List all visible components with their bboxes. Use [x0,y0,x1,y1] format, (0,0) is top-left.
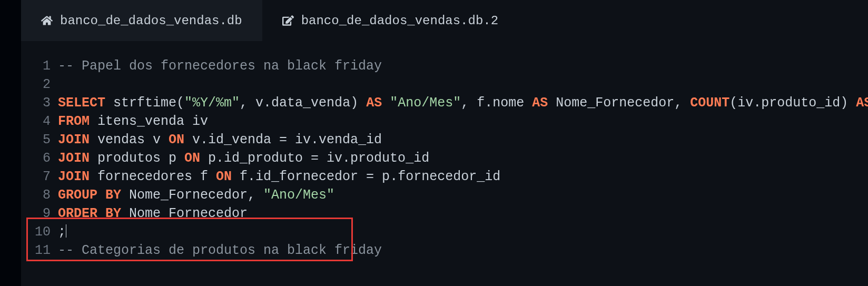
code-line[interactable]: 2 [21,75,868,94]
code-content[interactable]: SELECT strftime("%Y/%m", v.data_venda) A… [58,94,868,112]
code-line[interactable]: 1-- Papel dos fornecedores na black frid… [21,57,868,75]
code-content[interactable]: ; [58,223,868,241]
line-number: 7 [21,167,58,186]
line-number: 11 [21,241,58,260]
line-number: 1 [21,57,58,75]
tab-label: banco_de_dados_vendas.db [60,14,242,28]
code-content[interactable] [58,75,868,94]
code-line[interactable]: 8GROUP BY Nome_Fornecedor, "Ano/Mes" [21,186,868,204]
line-number: 5 [21,131,58,149]
code-content[interactable]: JOIN fornecedores f ON f.id_fornecedor =… [58,167,868,186]
code-content[interactable]: -- Categorias de produtos na black frida… [58,241,868,260]
code-content[interactable]: ORDER BY Nome_Fornecedor [58,204,868,223]
activity-bar [0,0,21,286]
code-content[interactable]: JOIN vendas v ON v.id_venda = iv.venda_i… [58,131,868,149]
code-line[interactable]: 3SELECT strftime("%Y/%m", v.data_venda) … [21,94,868,112]
home-icon [41,15,53,26]
code-content[interactable]: JOIN produtos p ON p.id_produto = iv.pro… [58,149,868,167]
line-number: 6 [21,149,58,167]
code-line[interactable]: 11-- Categorias de produtos na black fri… [21,241,868,260]
line-number: 4 [21,112,58,131]
tab-label: banco_de_dados_vendas.db.2 [301,14,498,28]
code-editor[interactable]: 1-- Papel dos fornecedores na black frid… [21,41,868,260]
line-number: 2 [21,75,58,94]
tab-db-edit[interactable]: banco_de_dados_vendas.db.2 [262,0,518,41]
code-line[interactable]: 9ORDER BY Nome_Fornecedor [21,204,868,223]
code-line[interactable]: 4FROM itens_venda iv [21,112,868,131]
line-number: 8 [21,186,58,204]
code-line[interactable]: 10; [21,223,868,241]
code-line[interactable]: 5JOIN vendas v ON v.id_venda = iv.venda_… [21,131,868,149]
text-cursor [66,224,66,238]
line-number: 3 [21,94,58,112]
code-content[interactable]: FROM itens_venda iv [58,112,868,131]
line-number: 10 [21,223,58,241]
edit-icon [282,15,294,26]
line-number: 9 [21,204,58,223]
code-content[interactable]: -- Papel dos fornecedores na black frida… [58,57,868,75]
code-line[interactable]: 7JOIN fornecedores f ON f.id_fornecedor … [21,167,868,186]
code-line[interactable]: 6JOIN produtos p ON p.id_produto = iv.pr… [21,149,868,167]
main-area: banco_de_dados_vendas.db banco_de_dados_… [21,0,868,286]
tab-db-main[interactable]: banco_de_dados_vendas.db [21,0,262,41]
tab-bar: banco_de_dados_vendas.db banco_de_dados_… [21,0,868,41]
code-content[interactable]: GROUP BY Nome_Fornecedor, "Ano/Mes" [58,186,868,204]
